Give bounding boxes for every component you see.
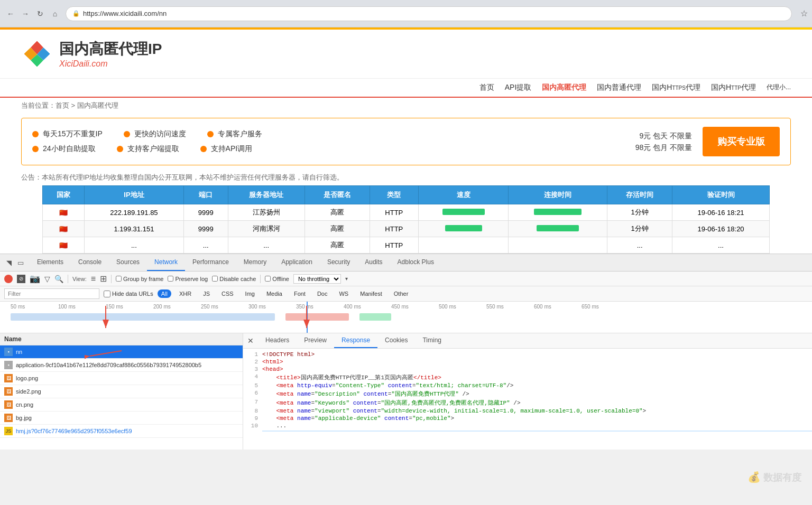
banner-item-1-text: 每天15万不重复IP <box>43 129 103 139</box>
browser-chrome: ← → ↻ ⌂ 🔒 https://www.xicidaili.com/nn ☆ <box>0 0 812 27</box>
file-icon-img-1: 🖼 <box>4 374 13 382</box>
nav-item-gaoni[interactable]: 国内高匿代理 <box>542 83 586 92</box>
tab-console[interactable]: Console <box>71 254 109 271</box>
nav-item-http[interactable]: 国内HTTP代理 <box>711 83 756 92</box>
file-icon-img-3: 🖼 <box>4 400 13 409</box>
type-btn-doc[interactable]: Doc <box>313 289 331 298</box>
type-btn-media[interactable]: Media <box>263 289 286 298</box>
throttle-more-icon[interactable]: ▾ <box>345 276 348 282</box>
file-item-cn[interactable]: 🖼 cn.png <box>0 398 243 412</box>
offline-checkbox[interactable] <box>265 276 271 282</box>
file-item-bg[interactable]: 🖼 bg.jpg <box>0 412 243 425</box>
tab-audits[interactable]: Audits <box>357 254 390 271</box>
td-port: ... <box>183 237 228 254</box>
tab-network[interactable]: Network <box>147 254 185 271</box>
dot-icon-4 <box>32 146 39 152</box>
url-text: https://www.xicidaili.com/nn <box>83 10 785 17</box>
group-by-frame-text: Group by frame <box>123 276 163 282</box>
dot-icon-6 <box>200 146 207 152</box>
td-alive: ... <box>607 237 672 254</box>
banner-item-2: 更快的访问速度 <box>124 129 186 139</box>
disable-cache-text: Disable cache <box>219 276 256 282</box>
resp-tab-cookies[interactable]: Cookies <box>377 333 415 348</box>
table-row: 🇨🇳 ... ... ... 高匿 HTTP ... ... <box>43 237 770 254</box>
file-item-logo[interactable]: 🖼 logo.png <box>0 372 243 385</box>
th-port: 端口 <box>183 186 228 204</box>
grid-view-icon[interactable]: ⊞ <box>100 274 107 284</box>
type-btn-font[interactable]: Font <box>290 289 309 298</box>
speed-bar <box>442 209 485 215</box>
disable-cache-label[interactable]: Disable cache <box>212 276 256 282</box>
tab-adblock[interactable]: Adblock Plus <box>390 254 441 271</box>
type-btn-js[interactable]: JS <box>199 289 214 298</box>
nav-item-api[interactable]: API提取 <box>505 83 532 92</box>
hide-data-urls-checkbox[interactable] <box>104 291 110 297</box>
type-btn-ws[interactable]: WS <box>335 289 352 298</box>
file-item-app[interactable]: ▪ application-9cf10a41b67e112fe8dd709caf… <box>0 359 243 372</box>
td-location: 江苏扬州 <box>228 204 304 221</box>
file-item-nn[interactable]: ▪ nn <box>0 345 243 359</box>
buy-button[interactable]: 购买专业版 <box>703 127 780 156</box>
type-btn-all[interactable]: All <box>158 289 171 298</box>
td-location: ... <box>228 237 304 254</box>
type-btn-css[interactable]: CSS <box>218 289 237 298</box>
camera-icon[interactable]: 📷 <box>30 274 40 284</box>
resp-tab-response[interactable]: Response <box>334 333 377 348</box>
speed-bar-2 <box>445 225 482 231</box>
offline-label[interactable]: Offline <box>265 276 289 282</box>
th-ip: IP地址 <box>85 186 184 204</box>
td-verified: 19-06-16 18:21 <box>672 204 770 221</box>
tick-550ms: 550 ms <box>486 304 504 310</box>
nav-item-https[interactable]: 国内HTTPS代理 <box>652 83 700 92</box>
back-button[interactable]: ← <box>4 7 17 20</box>
separator-2 <box>111 275 112 283</box>
resp-tab-headers[interactable]: Headers <box>258 333 297 348</box>
device-icon[interactable]: ▭ <box>16 258 25 267</box>
record-button[interactable] <box>4 275 13 283</box>
type-btn-other[interactable]: Other <box>390 289 412 298</box>
td-connect <box>509 237 607 254</box>
throttle-select[interactable]: No throttling Slow 3G Fast 3G <box>293 274 341 284</box>
bookmark-icon[interactable]: ☆ <box>800 8 808 18</box>
type-btn-xhr[interactable]: XHR <box>176 289 195 298</box>
tab-memory[interactable]: Memory <box>236 254 274 271</box>
search-icon[interactable]: 🔍 <box>54 275 63 283</box>
code-line-10: 10 ... <box>243 422 812 429</box>
close-response-button[interactable]: ✕ <box>243 334 258 347</box>
disable-cache-checkbox[interactable] <box>212 276 218 282</box>
preserve-log-label[interactable]: Preserve log <box>168 276 208 282</box>
file-item-hmjs[interactable]: JS hmj.js?0cf76c77469e965d2957f0553e6ecf… <box>0 425 243 438</box>
nav-item-putong[interactable]: 国内普通代理 <box>597 83 641 92</box>
watermark: 💰 数据有度 <box>748 471 801 484</box>
tab-sources[interactable]: Sources <box>109 254 147 271</box>
resp-tab-timing[interactable]: Timing <box>415 333 449 348</box>
tab-security[interactable]: Security <box>320 254 357 271</box>
home-button[interactable]: ⌂ <box>49 7 61 20</box>
tab-elements[interactable]: Elements <box>30 254 71 271</box>
group-by-frame-label[interactable]: Group by frame <box>116 276 163 282</box>
site-header: 国内高匿代理IP XiciDaili.com <box>0 30 812 79</box>
address-bar[interactable]: 🔒 https://www.xicidaili.com/nn <box>66 6 792 21</box>
tab-performance[interactable]: Performance <box>185 254 236 271</box>
nav-item-home[interactable]: 首页 <box>479 83 494 92</box>
reload-button[interactable]: ↻ <box>34 7 47 20</box>
preserve-log-checkbox[interactable] <box>168 276 173 282</box>
clear-button[interactable]: ⊘ <box>17 275 25 283</box>
list-view-icon[interactable]: ≡ <box>91 274 96 284</box>
hide-data-urls-label[interactable]: Hide data URLs <box>104 291 153 297</box>
td-country: 🇨🇳 <box>43 237 85 254</box>
type-btn-img[interactable]: Img <box>242 289 259 298</box>
filter-icon[interactable]: ▽ <box>44 275 50 283</box>
filter-input[interactable] <box>4 288 99 299</box>
nav-item-more[interactable]: 代理小... <box>767 83 791 92</box>
tab-application[interactable]: Application <box>274 254 320 271</box>
type-btn-manifest[interactable]: Manifest <box>356 289 386 298</box>
group-by-frame-checkbox[interactable] <box>116 276 122 282</box>
forward-button[interactable]: → <box>19 7 32 20</box>
file-item-side2[interactable]: 🖼 side2.png <box>0 385 243 398</box>
logo-text: 国内高匿代理IP XiciDaili.com <box>59 39 162 69</box>
view-label: View: <box>72 276 87 282</box>
inspect-icon[interactable]: ◥ <box>4 258 14 267</box>
resp-tab-preview[interactable]: Preview <box>297 333 334 348</box>
banner: 每天15万不重复IP 更快的访问速度 专属客户服务 24小时自助提取 <box>21 118 791 165</box>
